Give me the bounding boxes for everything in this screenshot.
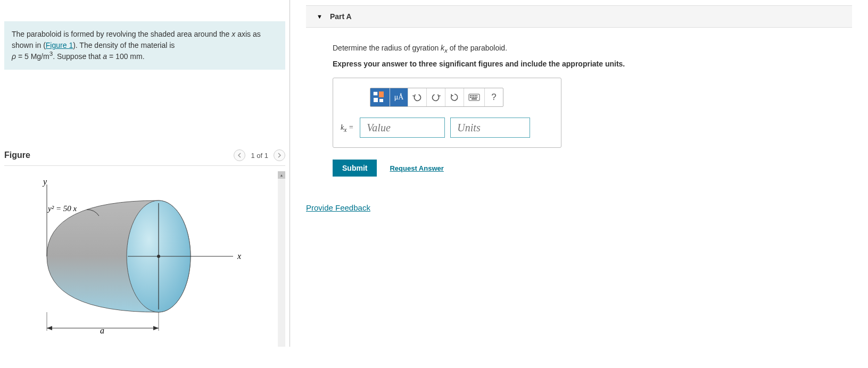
svg-rect-23	[472, 98, 477, 99]
chevron-right-icon	[277, 153, 282, 158]
templates-icon	[373, 91, 387, 103]
value-input[interactable]	[360, 118, 445, 138]
units-button[interactable]: μÅ	[390, 88, 408, 106]
figure-counter: 1 of 1	[251, 152, 268, 160]
figure-scrollbar[interactable]: ▲	[278, 171, 285, 347]
svg-rect-16	[475, 95, 476, 96]
svg-rect-21	[475, 97, 476, 98]
svg-rect-20	[473, 97, 474, 98]
svg-rect-15	[473, 95, 474, 96]
request-answer-link[interactable]: Request Answer	[390, 164, 443, 172]
figure-next-button[interactable]	[274, 149, 285, 161]
svg-rect-11	[379, 99, 383, 102]
x-axis-label: x	[237, 252, 241, 261]
provide-feedback-link[interactable]: Provide Feedback	[306, 203, 370, 212]
submit-button[interactable]: Submit	[333, 160, 377, 177]
units-icon: μÅ	[394, 93, 404, 102]
undo-icon	[412, 93, 422, 102]
figure-pager: 1 of 1	[234, 149, 285, 161]
answer-instruction: Express your answer to three significant…	[333, 60, 822, 68]
chevron-left-icon	[237, 153, 242, 158]
curve-equation: y² = 50 x	[47, 204, 77, 213]
part-label: Part A	[330, 12, 352, 21]
svg-rect-22	[476, 97, 477, 98]
help-button[interactable]: ?	[485, 88, 503, 106]
y-axis-label: y	[42, 177, 47, 187]
figure-title: Figure	[4, 150, 30, 160]
redo-icon	[431, 93, 441, 102]
a-dimension-label: a	[100, 326, 104, 335]
svg-rect-9	[379, 91, 384, 97]
svg-point-3	[157, 255, 160, 258]
figure-image: y x y² = 50 x a ▲	[4, 171, 285, 347]
keyboard-button[interactable]	[464, 88, 485, 106]
answer-box: μÅ	[333, 78, 561, 148]
part-a-header[interactable]: ▼ Part A	[306, 5, 852, 28]
question-prompt: Determine the radius of gyration kx of t…	[333, 44, 822, 52]
keyboard-icon	[468, 94, 480, 101]
collapse-icon: ▼	[317, 13, 323, 20]
units-input[interactable]	[450, 118, 530, 138]
svg-rect-14	[472, 95, 473, 96]
svg-rect-10	[374, 98, 378, 102]
svg-rect-13	[470, 95, 471, 96]
reset-button[interactable]	[445, 88, 464, 106]
kx-label: kx =	[341, 123, 353, 132]
problem-statement: The paraboloid is formed by revolving th…	[4, 21, 285, 70]
figure-prev-button[interactable]	[234, 149, 245, 161]
svg-rect-8	[374, 92, 377, 95]
figure-link[interactable]: Figure 1	[46, 41, 73, 49]
reset-icon	[450, 93, 459, 102]
templates-button[interactable]	[370, 88, 390, 106]
formatting-toolbar: μÅ	[370, 88, 503, 107]
scroll-up-icon[interactable]: ▲	[278, 171, 285, 179]
svg-rect-18	[470, 97, 471, 98]
undo-button[interactable]	[408, 88, 427, 106]
svg-rect-17	[476, 95, 477, 96]
redo-button[interactable]	[427, 88, 445, 106]
svg-rect-19	[472, 97, 473, 98]
